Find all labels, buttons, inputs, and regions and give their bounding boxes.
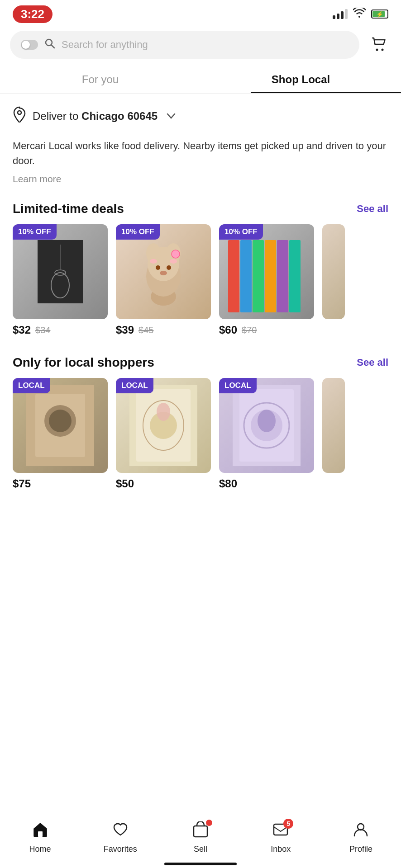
home-indicator — [164, 863, 237, 865]
location-pin-icon — [13, 106, 26, 126]
discount-badge: 10% OFF — [13, 224, 57, 240]
inbox-icon: 5 — [272, 821, 289, 842]
svg-point-15 — [167, 265, 171, 270]
product-price-row: $75 — [13, 473, 108, 490]
sell-icon — [192, 821, 209, 842]
product-price: $50 — [116, 477, 134, 490]
search-bar[interactable]: Search for anything — [10, 31, 359, 59]
local-badge: LOCAL — [13, 378, 50, 393]
product-price: $39 — [116, 324, 134, 336]
svg-rect-42 — [194, 826, 207, 837]
favorites-icon — [112, 821, 129, 842]
nav-profile[interactable]: Profile — [321, 814, 401, 861]
svg-rect-22 — [240, 240, 252, 312]
svg-point-2 — [376, 49, 378, 51]
status-time: 3:22 — [13, 5, 53, 23]
product-image: 10% OFF — [219, 224, 314, 319]
product-price: $80 — [219, 477, 237, 490]
svg-point-16 — [160, 271, 167, 275]
product-image: 10% OFF — [116, 224, 211, 319]
svg-rect-41 — [38, 831, 43, 837]
local-shoppers-title: Only for local shoppers — [13, 355, 154, 370]
nav-favorites[interactable]: Favorites — [80, 814, 160, 861]
nav-home-label: Home — [29, 844, 51, 854]
local-shoppers-see-all[interactable]: See all — [357, 357, 388, 368]
bottom-nav: Home Favorites Sell 5 Inbox — [0, 814, 401, 868]
product-price-row: $60 $70 — [219, 319, 314, 336]
nav-sell[interactable]: Sell — [160, 814, 240, 861]
product-card[interactable]: LOCAL $80 — [219, 378, 314, 490]
status-bar: 3:22 ⚡ — [0, 0, 401, 26]
limited-deals-scroll[interactable]: 10% OFF $32 $34 10% OFF — [0, 224, 401, 349]
product-orig-price: $34 — [35, 325, 50, 335]
svg-rect-23 — [253, 240, 264, 312]
local-shoppers-scroll[interactable]: LOCAL $75 LOCAL — [0, 378, 401, 503]
nav-sell-label: Sell — [194, 844, 207, 854]
learn-more-link[interactable]: Learn more — [0, 170, 401, 195]
product-card[interactable]: 10% OFF $32 $34 — [13, 224, 108, 336]
local-badge: LOCAL — [116, 378, 153, 393]
product-image: LOCAL — [13, 378, 108, 473]
product-orig-price: $45 — [138, 325, 153, 335]
svg-point-40 — [258, 410, 276, 432]
product-image: LOCAL — [219, 378, 314, 473]
product-price-row: $39 $45 — [116, 319, 211, 336]
nav-inbox-label: Inbox — [271, 844, 291, 854]
svg-point-30 — [49, 410, 72, 432]
svg-point-35 — [157, 403, 170, 421]
search-toggle[interactable] — [21, 40, 38, 50]
signal-bars-icon — [333, 9, 348, 19]
wifi-icon — [353, 8, 366, 20]
product-card-partial — [322, 224, 345, 336]
tab-for-you[interactable]: For you — [0, 63, 200, 93]
location-text: Deliver to Chicago 60645 — [33, 110, 158, 123]
svg-point-14 — [156, 265, 160, 270]
product-image: LOCAL — [116, 378, 211, 473]
product-card[interactable]: 10% OFF — [116, 224, 211, 336]
product-card[interactable]: LOCAL $75 — [13, 378, 108, 490]
cart-button[interactable] — [368, 33, 391, 57]
nav-favorites-label: Favorites — [104, 844, 137, 854]
svg-rect-21 — [228, 240, 239, 312]
product-card-partial — [322, 378, 345, 490]
local-shoppers-header: Only for local shoppers See all — [0, 349, 401, 378]
discount-badge: 10% OFF — [116, 224, 160, 240]
product-price-row: $32 $34 — [13, 319, 108, 336]
svg-point-17 — [150, 259, 157, 264]
profile-icon — [353, 821, 369, 842]
discount-badge: 10% OFF — [219, 224, 263, 240]
product-price: $75 — [13, 477, 31, 490]
info-text: Mercari Local works like food delivery. … — [0, 130, 401, 170]
cart-icon — [371, 37, 387, 53]
svg-point-18 — [170, 259, 177, 264]
inbox-badge: 5 — [283, 819, 293, 829]
tab-bar: For you Shop Local — [0, 63, 401, 94]
search-placeholder: Search for anything — [62, 39, 148, 51]
product-card[interactable]: LOCAL $50 — [116, 378, 211, 490]
chevron-down-icon — [167, 110, 176, 122]
product-orig-price: $70 — [242, 325, 257, 335]
product-card[interactable]: 10% OFF $60 $70 — [219, 224, 314, 336]
product-price-row: $80 — [219, 473, 314, 490]
product-price: $32 — [13, 324, 31, 336]
product-price-row: $50 — [116, 473, 211, 490]
main-content: Deliver to Chicago 60645 Mercari Local w… — [0, 94, 401, 561]
svg-point-4 — [18, 111, 21, 114]
limited-deals-header: Limited-time deals See all — [0, 195, 401, 224]
local-badge: LOCAL — [219, 378, 257, 393]
svg-rect-24 — [265, 240, 276, 312]
limited-deals-title: Limited-time deals — [13, 202, 124, 216]
product-image: 10% OFF — [13, 224, 108, 319]
tab-shop-local[interactable]: Shop Local — [200, 63, 401, 93]
limited-deals-see-all[interactable]: See all — [357, 203, 388, 215]
nav-profile-label: Profile — [349, 844, 372, 854]
search-icon — [44, 38, 55, 52]
svg-rect-26 — [289, 240, 301, 312]
svg-point-3 — [382, 49, 384, 51]
nav-inbox[interactable]: 5 Inbox — [241, 814, 321, 861]
home-icon — [32, 821, 48, 842]
nav-home[interactable]: Home — [0, 814, 80, 861]
search-bar-row: Search for anything — [0, 26, 401, 63]
location-row[interactable]: Deliver to Chicago 60645 — [0, 94, 401, 130]
battery-icon: ⚡ — [371, 9, 388, 19]
